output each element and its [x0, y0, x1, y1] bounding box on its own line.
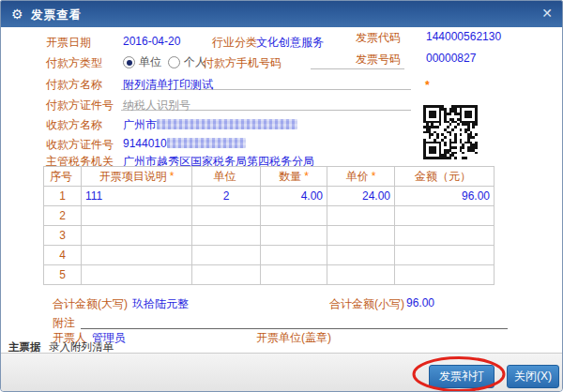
- total-figures-value: 96.00: [406, 296, 434, 309]
- invoice-number-value: 00000827: [426, 52, 476, 65]
- issue-date-value: 2016-04-20: [123, 35, 180, 48]
- col-amount: 金额（元）: [395, 167, 495, 187]
- notes-label: 附注: [53, 315, 75, 331]
- cell-unit: [192, 246, 261, 265]
- cell-unit: [192, 206, 261, 226]
- total-figures-label: 合计金额(小写): [329, 296, 404, 312]
- industry-value: 文化创意服务: [256, 35, 324, 51]
- radio-unselected-icon: [168, 56, 180, 68]
- cell-price: [327, 206, 395, 226]
- payer-name-value: 附列清单打印测试: [123, 77, 213, 93]
- cell-qty: [261, 206, 327, 226]
- cell-seq: 4: [44, 246, 82, 265]
- radio-payer-type-person[interactable]: 个人: [168, 54, 206, 70]
- payee-name-label: 收款方名称: [46, 117, 102, 133]
- cell-amount: [395, 226, 495, 246]
- table-row: 2: [44, 206, 495, 226]
- payer-name-label: 付款方名称: [46, 77, 102, 93]
- col-unit: 单位: [192, 167, 261, 187]
- cell-qty: [261, 226, 327, 246]
- radio-selected-icon: [123, 56, 135, 68]
- cell-unit: [192, 226, 261, 246]
- close-dialog-button[interactable]: 关闭(X): [507, 365, 559, 388]
- cell-qty: [261, 246, 327, 265]
- issuing-unit-label: 开票单位(盖章): [256, 330, 331, 346]
- cell-item: [82, 226, 192, 246]
- invoice-code-value: 144000562130: [426, 30, 501, 43]
- cell-amount: 96.00: [395, 187, 495, 206]
- payee-id-label: 收款方证件号: [46, 137, 114, 153]
- censored-blur: [167, 138, 246, 148]
- cell-seq: 5: [44, 265, 82, 285]
- payer-id-placeholder: 纳税人识别号: [123, 98, 190, 113]
- table-row: 3: [44, 226, 495, 246]
- total-words-value: 玖拾陆元整: [132, 296, 189, 312]
- cell-unit: [192, 265, 261, 285]
- payer-type-label: 付款方类型: [46, 55, 102, 71]
- cell-seq: 1: [44, 187, 82, 206]
- payee-id-value: 9144010: [123, 137, 246, 150]
- issue-date-label: 开票日期: [46, 35, 91, 51]
- table-header-row: 序号 开票项目说明* 单位 数量* 单价* 金额（元）: [44, 167, 495, 187]
- cell-amount: [395, 246, 495, 265]
- cell-item: [82, 246, 192, 265]
- table-row: 1 111 2 4.00 24.00 96.00: [44, 187, 495, 206]
- close-icon[interactable]: ✕: [541, 6, 553, 21]
- industry-label: 行业分类: [212, 35, 257, 51]
- cell-seq: 3: [44, 226, 82, 246]
- total-words-label: 合计金额(大写): [53, 296, 128, 312]
- payer-mobile-label: 付款方手机号码: [203, 55, 282, 71]
- cell-item: [82, 206, 192, 226]
- cell-unit: 2: [192, 187, 261, 206]
- dialog-title: 发票查看: [31, 8, 82, 23]
- cell-item: 111: [82, 187, 192, 206]
- cell-seq: 2: [44, 206, 82, 226]
- invoice-reprint-button[interactable]: 发票补打: [429, 365, 495, 388]
- cell-price: [327, 226, 395, 246]
- payer-id-label: 付款方证件号: [46, 98, 114, 113]
- col-qty: 数量*: [261, 167, 327, 187]
- cell-price: [327, 246, 395, 265]
- cell-amount: [395, 206, 495, 226]
- required-star: *: [425, 79, 430, 92]
- invoice-view-dialog: ⚙ 发票查看 ✕ 开票日期 2016-04-20 行业分类 文化创意服务 发票代…: [0, 0, 563, 392]
- cell-price: 24.00: [327, 187, 395, 206]
- gear-icon: ⚙: [11, 6, 23, 23]
- cell-item: [82, 265, 192, 285]
- payee-name-value: 广州市: [123, 117, 297, 133]
- table-row: 4: [44, 246, 495, 265]
- cell-price: [327, 265, 395, 285]
- col-seq: 序号: [44, 167, 82, 187]
- payer-mobile-input[interactable]: [311, 54, 404, 69]
- radio-unit-label: 单位: [139, 54, 161, 70]
- notes-input[interactable]: [81, 314, 508, 329]
- invoice-code-label: 发票代码: [356, 30, 401, 46]
- table-row: 5: [44, 265, 495, 285]
- radio-payer-type-unit[interactable]: 单位: [123, 54, 161, 70]
- cell-qty: [261, 265, 327, 285]
- col-price: 单价*: [327, 167, 395, 187]
- censored-blur: [157, 119, 297, 129]
- cell-amount: [395, 265, 495, 285]
- invoice-items-table: 序号 开票项目说明* 单位 数量* 单价* 金额（元） 1 111 2 4.00…: [43, 166, 495, 285]
- titlebar: ⚙ 发票查看 ✕: [1, 1, 562, 27]
- cell-qty: 4.00: [261, 187, 327, 206]
- col-item-desc: 开票项目说明*: [82, 167, 192, 187]
- qr-code: [423, 105, 478, 159]
